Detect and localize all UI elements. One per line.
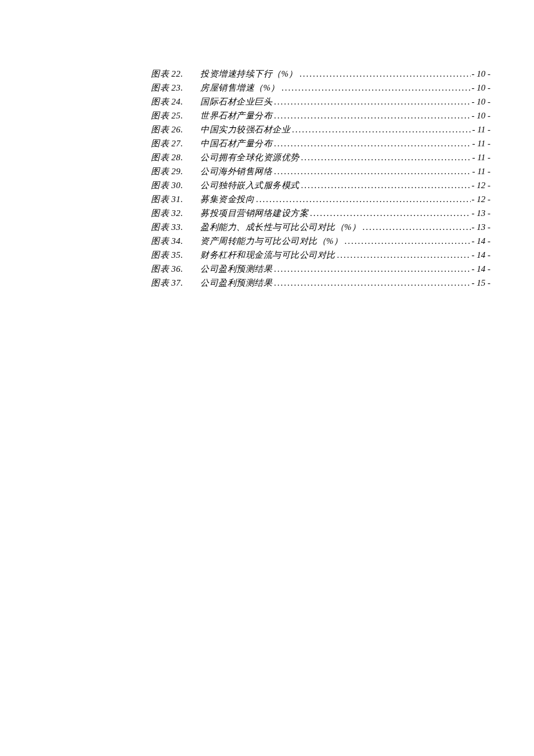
- toc-entry: 图表 24.国际石材企业巨头..........................…: [151, 95, 490, 109]
- toc-label: 图表 33.: [151, 220, 200, 234]
- toc-title: 房屋销售增速（%）: [200, 81, 280, 95]
- toc-title: 投资增速持续下行（%）: [200, 67, 298, 81]
- toc-dots: ........................................…: [292, 123, 471, 136]
- toc-entry: 图表 23.房屋销售增速（%）.........................…: [151, 81, 490, 95]
- toc-title: 公司独特嵌入式服务模式: [200, 178, 300, 192]
- toc-entry: 图表 34.资产周转能力与可比公司对比（%）..................…: [151, 234, 490, 248]
- toc-title: 募集资金投向: [200, 192, 254, 206]
- toc-page: - 15 -: [472, 276, 491, 290]
- toc-entry: 图表 22.投资增速持续下行（%）.......................…: [151, 67, 490, 81]
- toc-entry: 图表 25.世界石材产量分布..........................…: [151, 109, 490, 123]
- toc-title: 资产周转能力与可比公司对比（%）: [200, 234, 343, 248]
- toc-label: 图表 23.: [151, 81, 200, 95]
- toc-entry: 图表 31.募集资金投向............................…: [151, 192, 490, 206]
- toc-entry: 图表 28.公司拥有全球化资源优势.......................…: [151, 150, 490, 164]
- toc-dots: ........................................…: [301, 150, 471, 164]
- toc-label: 图表 32.: [151, 206, 200, 220]
- toc-page: - 14 -: [472, 248, 491, 262]
- toc-page: - 11 -: [472, 164, 490, 178]
- toc-label: 图表 27.: [151, 136, 200, 150]
- toc-page: - 11 -: [472, 123, 490, 136]
- toc-entry: 图表 33.盈利能力、成长性与可比公司对比（%）................…: [151, 220, 490, 234]
- toc-page: - 14 -: [472, 234, 491, 248]
- toc-dots: ........................................…: [274, 95, 471, 109]
- toc-page: - 13 -: [472, 206, 491, 220]
- toc-label: 图表 26.: [151, 123, 200, 136]
- toc-page: - 10 -: [472, 81, 491, 95]
- toc-title: 财务杠杆和现金流与可比公司对比: [200, 248, 335, 262]
- toc-dots: ........................................…: [274, 136, 471, 150]
- toc-dots: ........................................…: [337, 248, 471, 262]
- toc-page: - 12 -: [472, 178, 491, 192]
- toc-title: 中国石材产量分布: [200, 136, 272, 150]
- toc-entry: 图表 26.中国实力较强石材企业........................…: [151, 123, 490, 136]
- toc-page: - 14 -: [472, 262, 491, 276]
- toc-entry: 图表 36.公司盈利预测结果..........................…: [151, 262, 490, 276]
- toc-label: 图表 30.: [151, 178, 200, 192]
- table-of-contents: 图表 22.投资增速持续下行（%）.......................…: [151, 67, 490, 290]
- toc-dots: ........................................…: [274, 164, 471, 178]
- toc-page: - 10 -: [472, 109, 491, 123]
- toc-title: 公司盈利预测结果: [200, 276, 272, 290]
- toc-entry: 图表 27.中国石材产量分布..........................…: [151, 136, 490, 150]
- toc-title: 公司拥有全球化资源优势: [200, 150, 300, 164]
- toc-entry: 图表 35.财务杠杆和现金流与可比公司对比...................…: [151, 248, 490, 262]
- toc-label: 图表 35.: [151, 248, 200, 262]
- toc-title: 国际石材企业巨头: [200, 95, 272, 109]
- toc-entry: 图表 29.公司海外销售网络..........................…: [151, 164, 490, 178]
- toc-dots: ........................................…: [301, 178, 471, 192]
- toc-label: 图表 22.: [151, 67, 200, 81]
- toc-dots: ........................................…: [345, 234, 471, 248]
- toc-dots: ........................................…: [363, 220, 471, 234]
- toc-label: 图表 36.: [151, 262, 200, 276]
- toc-page: - 12 -: [472, 192, 491, 206]
- toc-page: - 10 -: [472, 67, 491, 81]
- toc-label: 图表 31.: [151, 192, 200, 206]
- toc-label: 图表 29.: [151, 164, 200, 178]
- toc-page: - 11 -: [472, 150, 490, 164]
- toc-title: 募投项目营销网络建设方案: [200, 206, 308, 220]
- toc-title: 中国实力较强石材企业: [200, 123, 290, 136]
- toc-dots: ........................................…: [274, 276, 471, 290]
- toc-entry: 图表 37.公司盈利预测结果..........................…: [151, 276, 490, 290]
- toc-title: 公司盈利预测结果: [200, 262, 272, 276]
- toc-entry: 图表 32.募投项目营销网络建设方案......................…: [151, 206, 490, 220]
- toc-page: - 11 -: [472, 136, 490, 150]
- toc-dots: ........................................…: [256, 192, 471, 206]
- toc-label: 图表 28.: [151, 150, 200, 164]
- toc-title: 盈利能力、成长性与可比公司对比（%）: [200, 220, 361, 234]
- toc-dots: ........................................…: [274, 109, 471, 123]
- toc-dots: ........................................…: [310, 206, 471, 220]
- toc-label: 图表 24.: [151, 95, 200, 109]
- toc-dots: ........................................…: [274, 262, 471, 276]
- toc-dots: ........................................…: [282, 81, 471, 95]
- toc-page: - 10 -: [472, 95, 491, 109]
- toc-dots: ........................................…: [300, 67, 471, 81]
- toc-label: 图表 25.: [151, 109, 200, 123]
- toc-title: 世界石材产量分布: [200, 109, 272, 123]
- toc-label: 图表 34.: [151, 234, 200, 248]
- toc-entry: 图表 30.公司独特嵌入式服务模式.......................…: [151, 178, 490, 192]
- toc-title: 公司海外销售网络: [200, 164, 272, 178]
- toc-label: 图表 37.: [151, 276, 200, 290]
- toc-page: - 13 -: [472, 220, 491, 234]
